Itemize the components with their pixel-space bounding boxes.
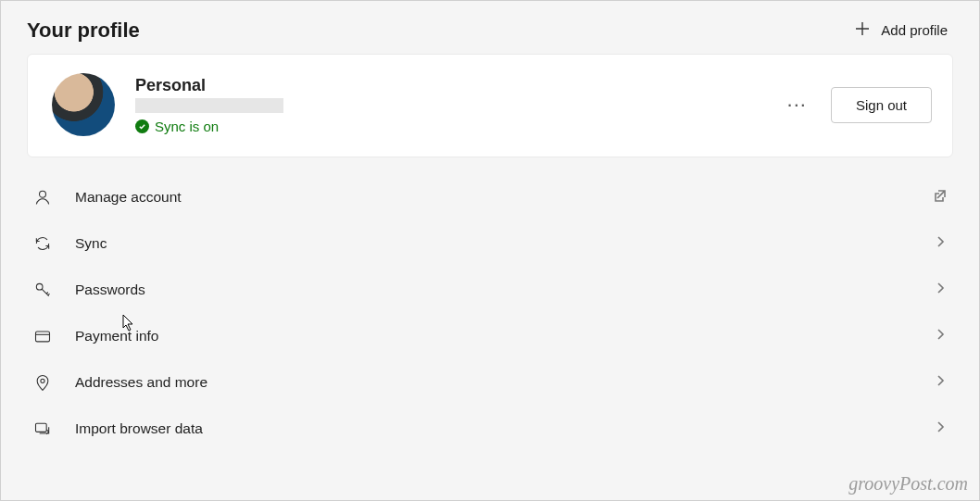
key-icon <box>32 280 53 300</box>
page-title: Your profile <box>27 19 140 43</box>
import-icon <box>32 419 53 439</box>
more-options-button[interactable]: ··· <box>782 94 812 115</box>
refresh-icon <box>32 233 53 254</box>
chevron-right-icon <box>933 373 948 392</box>
person-icon <box>32 187 53 207</box>
sign-out-button[interactable]: Sign out <box>831 87 932 123</box>
settings-row-label: Import browser data <box>75 420 933 437</box>
svg-point-3 <box>41 379 44 382</box>
settings-row-addresses[interactable]: Addresses and more <box>32 359 948 406</box>
external-link-icon <box>933 188 948 207</box>
settings-row-label: Payment info <box>75 328 933 344</box>
add-profile-label: Add profile <box>881 22 948 38</box>
svg-point-0 <box>40 191 46 197</box>
settings-list: Manage accountSyncPasswordsPayment infoA… <box>27 174 953 452</box>
settings-row-label: Passwords <box>75 282 933 298</box>
plus-icon <box>855 21 870 39</box>
svg-point-1 <box>36 283 43 290</box>
svg-rect-4 <box>36 423 47 432</box>
add-profile-button[interactable]: Add profile <box>849 18 953 43</box>
settings-row-label: Addresses and more <box>75 374 933 391</box>
settings-row-label: Manage account <box>75 189 933 206</box>
chevron-right-icon <box>933 234 948 253</box>
svg-rect-2 <box>36 332 50 342</box>
settings-row-manage-account[interactable]: Manage account <box>32 174 948 220</box>
settings-row-label: Sync <box>75 235 933 252</box>
settings-row-passwords[interactable]: Passwords <box>32 267 948 313</box>
settings-row-payment-info[interactable]: Payment info <box>32 313 948 359</box>
pin-icon <box>32 372 53 393</box>
profile-email-redacted <box>135 98 283 113</box>
avatar <box>52 73 115 136</box>
card-icon <box>32 326 53 346</box>
chevron-right-icon <box>933 281 948 299</box>
settings-row-import-data[interactable]: Import browser data <box>32 406 948 452</box>
chevron-right-icon <box>933 327 948 345</box>
profile-card: Personal Sync is on ··· Sign out <box>27 54 953 157</box>
check-icon <box>135 119 149 133</box>
watermark: groovyPost.com <box>848 473 968 495</box>
sync-status: Sync is on <box>155 119 219 134</box>
profile-name: Personal <box>135 76 782 95</box>
settings-row-sync[interactable]: Sync <box>32 220 948 267</box>
chevron-right-icon <box>933 420 948 438</box>
